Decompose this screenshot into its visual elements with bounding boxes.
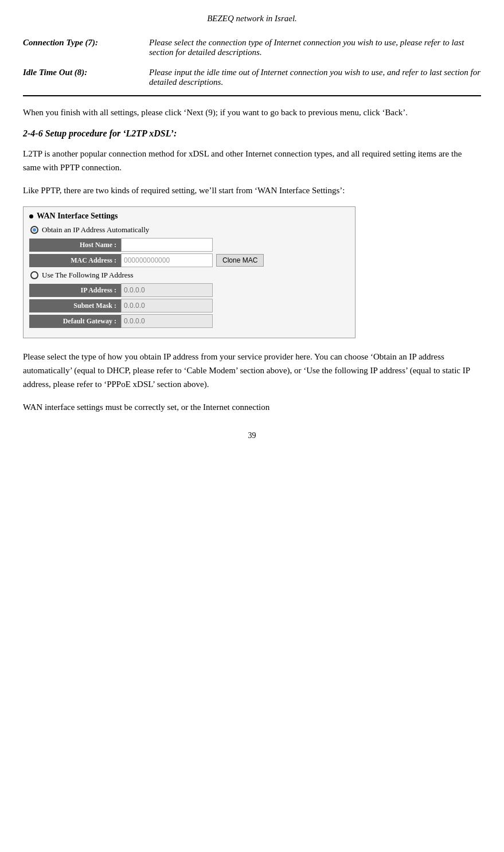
default-gateway-label: Default Gateway : bbox=[29, 315, 121, 328]
wan-interface-box: WAN Interface Settings Obtain an IP Addr… bbox=[23, 206, 355, 338]
host-name-input[interactable] bbox=[121, 238, 213, 252]
section-divider bbox=[23, 95, 481, 96]
default-gateway-input[interactable] bbox=[121, 314, 213, 328]
subnet-mask-label: Subnet Mask : bbox=[29, 299, 121, 312]
ip-address-input[interactable] bbox=[121, 283, 213, 297]
connection-type-label: Connection Type (7): bbox=[23, 36, 149, 60]
radio-obtain-icon[interactable] bbox=[30, 226, 38, 234]
radio-following-row[interactable]: Use The Following IP Address bbox=[29, 271, 349, 280]
idle-time-label: Idle Time Out (8): bbox=[23, 65, 149, 89]
page-number: 39 bbox=[23, 431, 481, 440]
wan-title-text: WAN Interface Settings bbox=[37, 212, 118, 221]
connection-type-row: Connection Type (7): Please select the c… bbox=[23, 36, 481, 60]
default-gateway-row: Default Gateway : bbox=[29, 314, 349, 328]
mac-address-row: MAC Address : Clone MAC bbox=[29, 253, 349, 267]
mac-address-input[interactable] bbox=[121, 253, 213, 267]
radio-obtain-label: Obtain an IP Address Automatically bbox=[42, 225, 149, 235]
host-name-label: Host Name : bbox=[29, 239, 121, 252]
radio-obtain-row[interactable]: Obtain an IP Address Automatically bbox=[29, 225, 349, 235]
wan-must-line: WAN interface settings must be correctly… bbox=[23, 400, 481, 414]
pptp-like: Like PPTP, there are two kinds of requir… bbox=[23, 183, 481, 197]
bullet-dot-icon bbox=[29, 214, 33, 218]
ip-address-row: IP Address : bbox=[29, 283, 349, 297]
obtain-description: Please select the type of how you obtain… bbox=[23, 350, 481, 391]
idle-time-row: Idle Time Out (8): Please input the idle… bbox=[23, 65, 481, 89]
radio-following-icon[interactable] bbox=[30, 271, 38, 279]
next-instruction: When you finish with all settings, pleas… bbox=[23, 105, 481, 119]
host-name-row: Host Name : bbox=[29, 238, 349, 252]
clone-mac-button[interactable]: Clone MAC bbox=[216, 254, 264, 267]
idle-time-description: Please input the idle time out of Intern… bbox=[149, 65, 481, 89]
subnet-mask-row: Subnet Mask : bbox=[29, 299, 349, 312]
subnet-mask-input[interactable] bbox=[121, 299, 213, 312]
mac-address-label: MAC Address : bbox=[29, 254, 121, 267]
connection-type-section: Connection Type (7): Please select the c… bbox=[23, 36, 481, 60]
idle-time-section: Idle Time Out (8): Please input the idle… bbox=[23, 65, 481, 89]
ip-address-label: IP Address : bbox=[29, 284, 121, 297]
page-content: BEZEQ network in Israel. Connection Type… bbox=[23, 11, 481, 440]
radio-following-label: Use The Following IP Address bbox=[42, 271, 134, 280]
connection-type-description: Please select the connection type of Int… bbox=[149, 36, 481, 60]
section-heading: 2-4-6 Setup procedure for ‘L2TP xDSL’: bbox=[23, 128, 481, 139]
l2tp-intro: L2TP is another popular connection metho… bbox=[23, 147, 481, 174]
wan-box-title-row: WAN Interface Settings bbox=[29, 212, 349, 221]
bezeq-line: BEZEQ network in Israel. bbox=[23, 11, 481, 25]
